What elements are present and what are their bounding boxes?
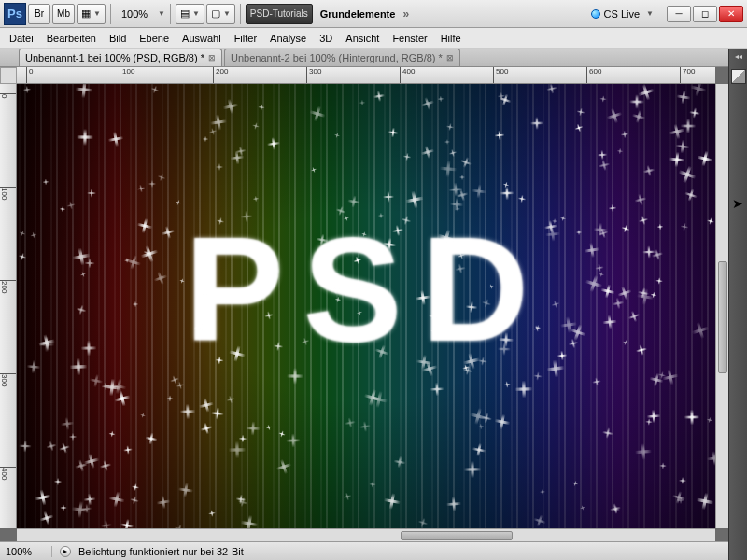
grid-icon: ▤ [180, 7, 190, 20]
tab-label: Unbenannt-1 bei 100% (PSD, RGB/8) * [25, 52, 204, 63]
workspace: 0100200300400500600700 0100200300400 PSD [0, 67, 728, 541]
menu-bar: Datei Bearbeiten Bild Ebene Auswahl Filt… [0, 28, 747, 49]
document-tab-2[interactable]: Unbenannt-2 bei 100% (Hintergrund, RGB/8… [224, 49, 460, 66]
panel-dock: ◂◂ [728, 49, 747, 560]
minimize-button[interactable]: ─ [667, 6, 691, 22]
menu-bearbeiten[interactable]: Bearbeiten [47, 33, 96, 44]
close-icon[interactable]: ⊠ [208, 53, 216, 63]
mouse-cursor-icon: ➤ [732, 196, 743, 211]
menu-analyse[interactable]: Analyse [270, 33, 306, 44]
scroll-thumb[interactable] [718, 261, 727, 373]
zoom-level[interactable]: 100% [116, 8, 153, 20]
separator [170, 4, 171, 24]
ruler-origin[interactable] [0, 67, 17, 84]
minibridge-button[interactable]: Mb [52, 4, 75, 24]
close-icon[interactable]: ⊠ [446, 53, 454, 63]
separator [110, 4, 111, 24]
canvas[interactable]: PSD [17, 84, 715, 528]
sparkle-layer [17, 84, 715, 528]
cslive-label: CS Live [604, 8, 641, 20]
separator [240, 4, 241, 24]
filmstrip-icon: ▦ [81, 7, 91, 20]
ruler-horizontal[interactable]: 0100200300400500600700 [17, 67, 715, 84]
status-bar: 100% ▸ Belichtung funktioniert nur bei 3… [0, 541, 728, 560]
chevron-down-icon: ▼ [646, 9, 654, 18]
status-zoom[interactable]: 100% [6, 546, 52, 557]
view-extras-button[interactable]: ▦▼ [77, 4, 106, 24]
menu-3d[interactable]: 3D [319, 33, 332, 44]
scroll-thumb[interactable] [401, 531, 513, 540]
status-message: Belichtung funktioniert nur bei 32-Bit [78, 546, 244, 557]
menu-filter[interactable]: Filter [234, 33, 257, 44]
menu-ebene[interactable]: Ebene [139, 33, 169, 44]
workspace-grundelemente[interactable]: Grundelemente [315, 8, 402, 20]
cslive-dot-icon [591, 9, 600, 19]
menu-bild[interactable]: Bild [109, 33, 126, 44]
status-info-icon[interactable]: ▸ [60, 546, 71, 557]
maximize-button[interactable]: ◻ [693, 6, 717, 22]
tab-label: Unbenannt-2 bei 100% (Hintergrund, RGB/8… [231, 52, 443, 63]
document-tab-1[interactable]: Unbenannt-1 bei 100% (PSD, RGB/8) * ⊠ [19, 49, 222, 66]
bridge-button[interactable]: Br [28, 4, 50, 24]
more-workspaces-icon[interactable]: » [402, 7, 409, 21]
chevron-down-icon: ▼ [192, 9, 200, 18]
document-tab-bar: Unbenannt-1 bei 100% (PSD, RGB/8) * ⊠ Un… [0, 49, 747, 67]
layers-panel-icon[interactable] [731, 69, 746, 84]
cs-live-button[interactable]: CS Live ▼ [585, 8, 659, 20]
chevron-down-icon: ▼ [93, 9, 101, 18]
app-logo[interactable]: Ps [4, 3, 26, 25]
chevron-down-icon[interactable]: ▼ [158, 9, 165, 18]
collapse-panels-icon[interactable]: ◂◂ [732, 52, 745, 62]
canvas-viewport[interactable]: PSD [17, 84, 715, 528]
screen-mode-button[interactable]: ▢▼ [206, 4, 235, 24]
menu-fenster[interactable]: Fenster [392, 33, 427, 44]
chevron-down-icon: ▼ [223, 9, 231, 18]
window-controls: ─ ◻ ✕ [667, 6, 743, 22]
screen-icon: ▢ [211, 7, 220, 20]
menu-ansicht[interactable]: Ansicht [345, 33, 379, 44]
scrollbar-horizontal[interactable] [17, 528, 715, 541]
menu-auswahl[interactable]: Auswahl [182, 33, 221, 44]
menu-hilfe[interactable]: Hilfe [441, 33, 461, 44]
options-bar: Ps Br Mb ▦▼ 100% ▼ ▤▼ ▢▼ PSD-Tutorials G… [0, 0, 747, 28]
menu-datei[interactable]: Datei [9, 33, 34, 44]
scrollbar-vertical[interactable] [715, 84, 728, 528]
workspace-psd-tutorials[interactable]: PSD-Tutorials [246, 4, 313, 24]
arrange-docs-button[interactable]: ▤▼ [176, 4, 204, 24]
close-button[interactable]: ✕ [719, 6, 743, 22]
ruler-vertical[interactable]: 0100200300400 [0, 84, 17, 528]
